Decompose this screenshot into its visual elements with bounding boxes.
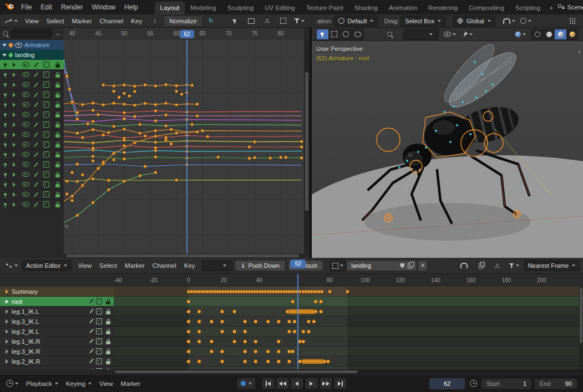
modifier-icon[interactable] bbox=[34, 102, 38, 107]
select-circle-icon[interactable] bbox=[340, 29, 352, 39]
modifier-icon[interactable] bbox=[34, 92, 38, 97]
dope-channel-leg-1-ik-l[interactable]: leg.1_IK.L bbox=[0, 307, 114, 317]
graph-vertical-scrollbar[interactable] bbox=[305, 40, 309, 254]
enable-checkbox[interactable] bbox=[43, 201, 49, 207]
snap-magnet-icon[interactable] bbox=[501, 16, 517, 26]
options-grid-icon[interactable] bbox=[565, 16, 580, 26]
duplicate-action-icon[interactable] bbox=[408, 263, 412, 268]
material-shading-icon[interactable] bbox=[555, 29, 566, 39]
expand-icon[interactable] bbox=[13, 63, 16, 67]
graph-horizontal-scrollbar[interactable] bbox=[64, 254, 304, 258]
lock-icon[interactable] bbox=[106, 311, 110, 314]
dope-filter-dropdown[interactable] bbox=[201, 260, 232, 271]
visibility-icon[interactable] bbox=[22, 72, 29, 77]
pin-icon[interactable] bbox=[4, 143, 7, 146]
dope-menu-select[interactable]: Select bbox=[95, 261, 121, 270]
enable-checkbox[interactable] bbox=[96, 348, 102, 354]
modifier-icon[interactable] bbox=[34, 122, 38, 127]
graph-channel-row[interactable] bbox=[0, 200, 64, 210]
lock-icon[interactable] bbox=[55, 114, 60, 118]
scene-selector[interactable]: Scene bbox=[557, 3, 583, 11]
graph-channel-row[interactable] bbox=[0, 70, 64, 80]
channel-search-input[interactable] bbox=[10, 29, 53, 38]
workspace-tab-modeling[interactable]: Modeling bbox=[185, 2, 222, 14]
dope-editor-type-dropdown[interactable] bbox=[3, 261, 19, 271]
modifier-icon[interactable] bbox=[89, 329, 94, 334]
visibility-icon[interactable] bbox=[22, 202, 29, 207]
lock-icon[interactable] bbox=[55, 124, 60, 128]
dope-channel-summary[interactable]: Summary bbox=[0, 287, 114, 297]
expand-icon[interactable] bbox=[6, 299, 8, 304]
expand-icon[interactable] bbox=[6, 319, 8, 324]
lock-icon[interactable] bbox=[55, 194, 60, 197]
auto-normalize-icon[interactable]: ↻ bbox=[204, 16, 219, 26]
enable-checkbox[interactable] bbox=[96, 338, 102, 344]
enable-checkbox[interactable] bbox=[43, 91, 49, 98]
visibility-icon[interactable] bbox=[22, 162, 29, 167]
proportional-edit-icon[interactable] bbox=[519, 16, 533, 26]
channel-object-row[interactable]: Armature bbox=[0, 40, 64, 50]
expand-icon[interactable] bbox=[13, 93, 16, 97]
expand-icon[interactable] bbox=[6, 329, 8, 334]
modifier-icon[interactable] bbox=[34, 202, 38, 207]
tweak-tool-icon[interactable] bbox=[317, 29, 328, 39]
enable-checkbox[interactable] bbox=[43, 111, 49, 118]
workspace-tab-animation[interactable]: Animation bbox=[383, 2, 423, 14]
graph-channel-row[interactable] bbox=[0, 60, 64, 70]
expand-icon[interactable] bbox=[13, 73, 16, 77]
graph-channel-row[interactable] bbox=[0, 140, 64, 150]
modifier-icon[interactable] bbox=[89, 309, 94, 314]
graph-menu-key[interactable]: Key bbox=[127, 17, 146, 26]
expand-icon[interactable] bbox=[13, 133, 16, 137]
expand-icon[interactable] bbox=[13, 182, 16, 187]
blender-logo-icon[interactable] bbox=[4, 2, 14, 12]
enable-checkbox[interactable] bbox=[43, 62, 49, 68]
warning-icon[interactable]: ⚠ bbox=[490, 261, 505, 271]
expand-icon[interactable] bbox=[13, 172, 16, 177]
workspace-tab-uv-editing[interactable]: UV Editing bbox=[259, 2, 300, 14]
enable-checkbox[interactable] bbox=[96, 368, 102, 369]
pin-icon[interactable] bbox=[4, 203, 7, 206]
menu-file[interactable]: File bbox=[17, 2, 36, 13]
dope-keyframe-area[interactable] bbox=[114, 287, 583, 369]
expand-icon[interactable] bbox=[2, 44, 7, 47]
graph-curve-area[interactable]: 2-8 bbox=[64, 40, 304, 254]
pin-icon[interactable] bbox=[4, 113, 7, 116]
expand-icon[interactable] bbox=[6, 359, 8, 364]
graph-current-frame-badge[interactable]: 62 bbox=[180, 30, 194, 38]
timeline-menu-playback[interactable]: Playback bbox=[22, 379, 62, 388]
modifier-icon[interactable] bbox=[34, 152, 38, 157]
menu-edit[interactable]: Edit bbox=[36, 2, 57, 13]
graph-channel-row[interactable] bbox=[0, 90, 64, 100]
fit-width-icon[interactable]: ↔ bbox=[55, 30, 61, 37]
visibility-icon[interactable] bbox=[22, 82, 29, 87]
graph-menu-marker[interactable]: Marker bbox=[68, 17, 96, 26]
visibility-icon[interactable] bbox=[22, 152, 29, 157]
modifier-icon[interactable] bbox=[89, 349, 94, 354]
lock-icon[interactable] bbox=[55, 104, 60, 108]
enable-checkbox[interactable] bbox=[43, 151, 49, 157]
visibility-icon[interactable] bbox=[22, 112, 29, 117]
panel-icon[interactable] bbox=[276, 16, 291, 26]
pin-icon[interactable] bbox=[4, 183, 7, 186]
filter-funnel-icon[interactable] bbox=[292, 16, 307, 26]
modifier-icon[interactable] bbox=[34, 62, 38, 67]
pin-icon[interactable] bbox=[4, 153, 7, 156]
visibility-icon[interactable] bbox=[22, 182, 29, 187]
lock-icon[interactable] bbox=[106, 301, 110, 304]
modifier-icon[interactable] bbox=[34, 162, 38, 167]
snap-magnet-icon[interactable] bbox=[457, 261, 472, 271]
workspace-tab-shading[interactable]: Shading bbox=[349, 2, 383, 14]
channel-action-row[interactable]: landing bbox=[0, 50, 64, 60]
timeline-menu-marker[interactable]: Marker bbox=[117, 379, 145, 388]
solid-shading-icon[interactable] bbox=[543, 29, 555, 39]
modifier-icon[interactable] bbox=[34, 142, 38, 147]
dope-channel-leg-2-ik-l[interactable]: leg.2_IK.L bbox=[0, 327, 114, 337]
action-name-field[interactable]: landing bbox=[346, 260, 417, 271]
shading-dropdown[interactable] bbox=[513, 29, 528, 39]
enable-checkbox[interactable] bbox=[43, 101, 49, 108]
visibility-icon[interactable] bbox=[22, 132, 29, 137]
visibility-icon[interactable] bbox=[22, 102, 29, 107]
viewport-canvas[interactable]: User Perspective (62) Armature : root ‹ bbox=[312, 41, 583, 258]
visibility-icon[interactable] bbox=[15, 43, 22, 48]
